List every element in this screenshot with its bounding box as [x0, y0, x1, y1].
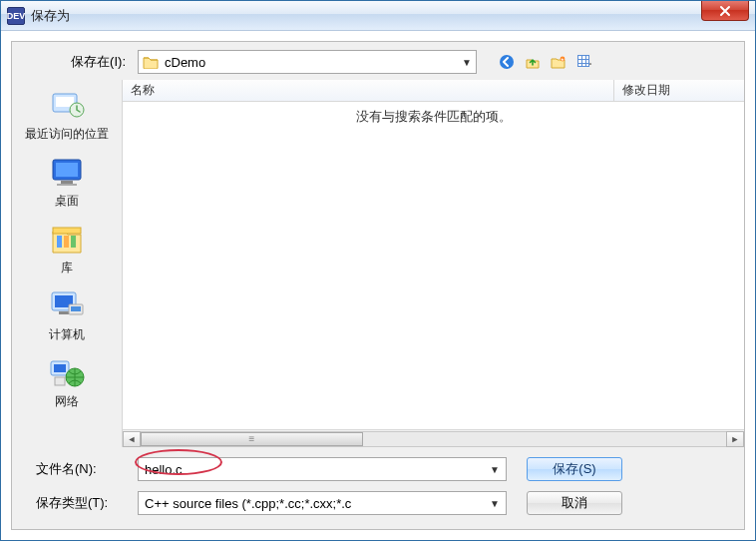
bottom-panel: 文件名(N): hello.c ▼ 保存(S) 保存类型(T): C++ sou… [12, 447, 744, 529]
save-button[interactable]: 保存(S) [527, 457, 622, 481]
computer-icon [47, 288, 87, 324]
view-menu-button[interactable] [574, 52, 594, 72]
filename-input[interactable]: hello.c ▼ [138, 457, 507, 481]
up-folder-icon [525, 54, 541, 70]
column-headers: 名称 修改日期 [123, 80, 744, 102]
svg-rect-13 [64, 236, 69, 248]
places-sidebar: 最近访问的位置 桌面 库 [12, 80, 122, 447]
chevron-down-icon: ▼ [462, 57, 472, 68]
horizontal-scrollbar[interactable]: ◄ ► [123, 429, 744, 447]
view-grid-icon [576, 54, 592, 70]
location-bar: 保存在(I): cDemo ▼ ★ [12, 42, 744, 80]
places-desktop-label: 桌面 [55, 193, 79, 210]
svg-rect-8 [56, 163, 78, 177]
svg-rect-9 [61, 181, 73, 184]
svg-point-0 [500, 55, 514, 69]
chevron-down-icon: ▼ [490, 464, 500, 475]
filetype-row: 保存类型(T): C++ source files (*.cpp;*.cc;*.… [26, 491, 730, 515]
titlebar: DEV 保存为 [1, 1, 755, 31]
places-network[interactable]: 网络 [12, 351, 122, 416]
col-name[interactable]: 名称 [123, 80, 614, 101]
filename-label: 文件名(N): [26, 460, 138, 478]
folder-dropdown[interactable]: cDemo ▼ [138, 50, 477, 74]
filetype-value: C++ source files (*.cpp;*.cc;*.cxx;*.c [145, 496, 351, 511]
toolbar-icons: ★ [497, 52, 594, 72]
places-computer[interactable]: 计算机 [12, 284, 122, 349]
scroll-thumb[interactable] [141, 432, 363, 446]
places-desktop[interactable]: 桌面 [12, 151, 122, 216]
close-button[interactable] [701, 1, 749, 21]
desktop-icon [47, 155, 87, 191]
svg-rect-19 [71, 306, 81, 311]
mid-area: 最近访问的位置 桌面 库 [12, 80, 744, 447]
filename-value: hello.c [145, 462, 183, 477]
up-button[interactable] [523, 52, 543, 72]
places-computer-label: 计算机 [49, 326, 85, 343]
svg-rect-12 [57, 236, 62, 248]
back-arrow-icon [499, 54, 515, 70]
svg-rect-17 [59, 311, 69, 314]
recent-icon [47, 88, 87, 124]
svg-text:★: ★ [561, 57, 565, 62]
back-button[interactable] [497, 52, 517, 72]
chevron-down-icon: ▼ [490, 498, 500, 509]
file-list-area: 名称 修改日期 没有与搜索条件匹配的项。 ◄ ► [122, 80, 744, 447]
filetype-dropdown[interactable]: C++ source files (*.cpp;*.cc;*.cxx;*.c ▼ [138, 491, 507, 515]
places-network-label: 网络 [55, 393, 79, 410]
network-icon [47, 355, 87, 391]
svg-rect-23 [55, 377, 65, 385]
svg-rect-10 [57, 184, 77, 186]
places-recent-label: 最近访问的位置 [25, 126, 109, 143]
places-recent[interactable]: 最近访问的位置 [12, 84, 122, 149]
save-in-label: 保存在(I): [20, 53, 132, 71]
new-folder-icon: ★ [551, 54, 567, 70]
places-libraries[interactable]: 库 [12, 218, 122, 282]
svg-rect-21 [54, 364, 66, 372]
scroll-right-arrow[interactable]: ► [726, 431, 744, 447]
close-icon [719, 5, 731, 17]
empty-message: 没有与搜索条件匹配的项。 [356, 108, 512, 126]
file-list[interactable]: 没有与搜索条件匹配的项。 [123, 102, 744, 429]
col-date[interactable]: 修改日期 [614, 80, 744, 101]
new-folder-button[interactable]: ★ [549, 52, 568, 72]
svg-rect-11 [53, 228, 81, 234]
app-icon: DEV [7, 7, 25, 25]
filename-row: 文件名(N): hello.c ▼ 保存(S) [26, 457, 730, 481]
folder-name: cDemo [165, 55, 205, 70]
folder-icon [143, 55, 159, 69]
svg-rect-3 [578, 56, 589, 67]
dialog-body: 保存在(I): cDemo ▼ ★ [1, 31, 755, 540]
save-as-dialog: DEV 保存为 保存在(I): cDemo ▼ [0, 0, 756, 541]
places-libraries-label: 库 [61, 260, 73, 276]
cancel-button[interactable]: 取消 [527, 491, 622, 515]
filetype-label: 保存类型(T): [26, 494, 138, 512]
scroll-track[interactable] [141, 431, 726, 447]
libraries-icon [47, 222, 87, 258]
inner-frame: 保存在(I): cDemo ▼ ★ [11, 41, 745, 530]
svg-rect-14 [71, 236, 76, 248]
scroll-left-arrow[interactable]: ◄ [123, 431, 141, 447]
window-title: 保存为 [31, 7, 70, 25]
